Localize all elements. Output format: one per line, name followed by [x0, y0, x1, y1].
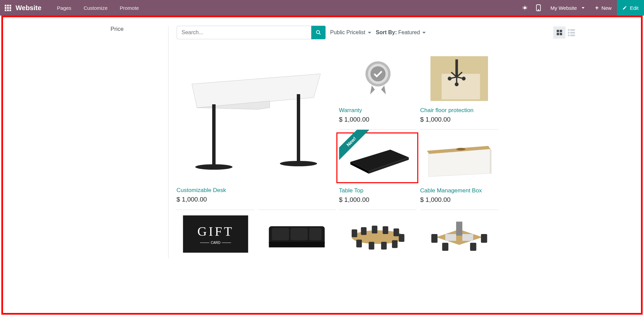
svg-point-2	[538, 9, 539, 10]
svg-point-0	[524, 6, 526, 9]
edit-button[interactable]: Edit	[617, 0, 644, 16]
website-selector[interactable]: My Website	[545, 0, 590, 16]
website-selector-label: My Website	[551, 5, 577, 11]
nav-customize[interactable]: Customize	[77, 5, 114, 11]
nav-promote[interactable]: Promote	[114, 5, 145, 11]
new-label: New	[601, 5, 612, 11]
nav-pages[interactable]: Pages	[51, 5, 77, 11]
plus-icon: +	[595, 4, 599, 12]
top-nav-bar: Website Pages Customize Promote My Websi…	[0, 0, 644, 16]
pencil-icon	[622, 5, 627, 10]
brand-label[interactable]: Website	[16, 4, 51, 12]
chevron-down-icon	[582, 7, 584, 9]
edit-label: Edit	[630, 5, 639, 11]
new-button[interactable]: + New	[590, 0, 617, 16]
mobile-preview-icon[interactable]	[532, 4, 545, 11]
bug-icon[interactable]	[518, 5, 532, 11]
apps-grid-icon[interactable]	[0, 5, 16, 11]
